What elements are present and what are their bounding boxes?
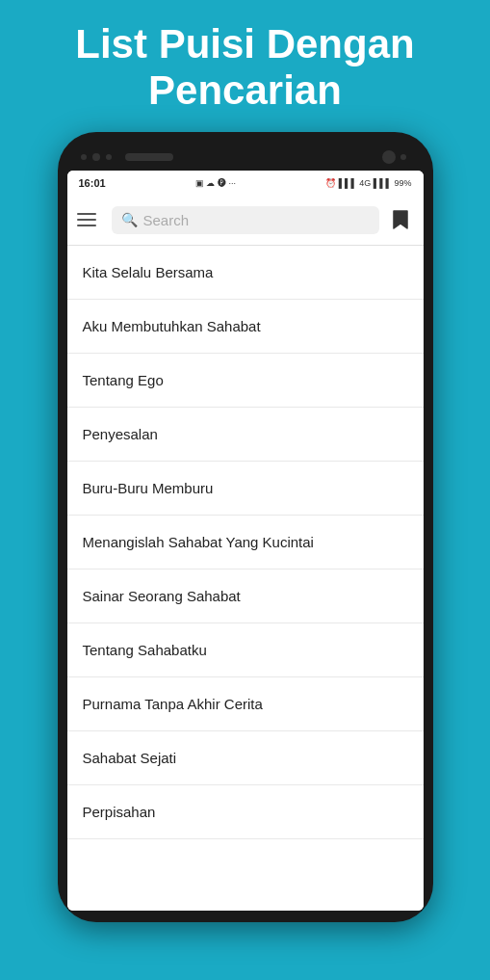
phone-frame: 16:01 ▣ ☁ 🅟 ··· ⏰ ▌▌▌ 4G ▌▌▌ 99% 🔍 Searc… <box>58 132 433 922</box>
phone-dot-2 <box>92 153 100 161</box>
list-item-title: Penyesalan <box>83 426 158 442</box>
notification-icons: ▣ ☁ 🅟 ··· <box>195 178 236 188</box>
phone-speaker <box>125 153 173 161</box>
phone-dot-4 <box>400 154 406 160</box>
search-box[interactable]: 🔍 Search <box>112 206 379 234</box>
search-input[interactable]: Search <box>143 212 190 228</box>
list-item-title: Buru-Buru Memburu <box>83 480 214 496</box>
list-item[interactable]: Tentang Ego <box>67 354 424 408</box>
list-item[interactable]: Penyesalan <box>67 408 424 462</box>
status-icons-right: ⏰ ▌▌▌ 4G ▌▌▌ 99% <box>325 178 411 188</box>
phone-screen: 16:01 ▣ ☁ 🅟 ··· ⏰ ▌▌▌ 4G ▌▌▌ 99% 🔍 Searc… <box>67 171 424 911</box>
hamburger-button[interactable] <box>77 206 104 233</box>
list-item-title: Perpisahan <box>83 804 156 820</box>
phone-dot-1 <box>81 154 87 160</box>
list-item[interactable]: Perpisahan <box>67 785 424 839</box>
list-item-title: Menangislah Sahabat Yang Kucintai <box>83 534 314 550</box>
hamburger-line-1 <box>77 213 96 215</box>
page-title: List Puisi Dengan Pencarian <box>46 0 443 132</box>
list-item-title: Sainar Seorang Sahabat <box>83 588 241 604</box>
search-icon: 🔍 <box>121 212 138 227</box>
hamburger-line-2 <box>77 219 96 221</box>
list-item[interactable]: Sainar Seorang Sahabat <box>67 569 424 623</box>
list-item[interactable]: Purnama Tanpa Akhir Cerita <box>67 677 424 731</box>
phone-circle-1 <box>382 150 396 164</box>
list-item[interactable]: Tentang Sahabatku <box>67 623 424 677</box>
phone-camera-area <box>81 153 173 161</box>
hamburger-line-3 <box>77 225 96 226</box>
list-item-title: Aku Membutuhkan Sahabat <box>83 318 261 334</box>
bookmark-icon <box>392 209 409 230</box>
list-item[interactable]: Menangislah Sahabat Yang Kucintai <box>67 516 424 569</box>
battery-alarm-icons: ⏰ ▌▌▌ 4G ▌▌▌ 99% <box>325 178 411 188</box>
phone-dot-3 <box>106 154 112 160</box>
list-item-title: Sahabat Sejati <box>83 750 177 766</box>
list-item-title: Tentang Ego <box>83 372 164 388</box>
status-time: 16:01 <box>79 177 106 189</box>
phone-camera-right <box>382 150 406 164</box>
list-item[interactable]: Buru-Buru Memburu <box>67 462 424 516</box>
list-item-title: Purnama Tanpa Akhir Cerita <box>83 696 263 712</box>
status-bar: 16:01 ▣ ☁ 🅟 ··· ⏰ ▌▌▌ 4G ▌▌▌ 99% <box>67 171 424 196</box>
list-item[interactable]: Aku Membutuhkan Sahabat <box>67 300 424 354</box>
poem-list: Kita Selalu BersamaAku Membutuhkan Sahab… <box>67 246 424 911</box>
list-item[interactable]: Sahabat Sejati <box>67 731 424 785</box>
list-item-title: Tentang Sahabatku <box>83 642 207 658</box>
list-item-title: Kita Selalu Bersama <box>83 264 214 280</box>
bookmark-button[interactable] <box>387 206 414 233</box>
app-bar: 🔍 Search <box>67 196 424 246</box>
list-item[interactable]: Kita Selalu Bersama <box>67 246 424 300</box>
phone-top-bar <box>67 144 424 171</box>
status-icons-left: ▣ ☁ 🅟 ··· <box>195 178 236 188</box>
